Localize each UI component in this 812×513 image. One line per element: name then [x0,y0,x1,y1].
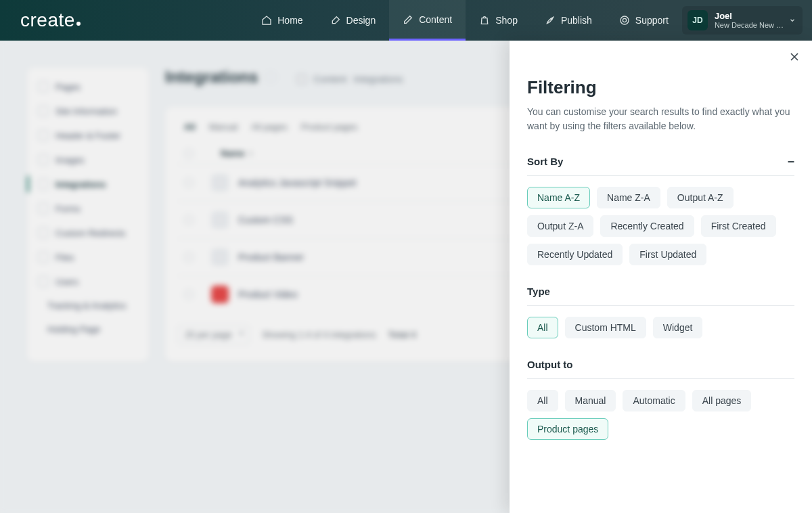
collapse-icon[interactable]: – [788,155,794,167]
nav-home[interactable]: Home [248,0,316,41]
chip-first-updated[interactable]: First Updated [629,244,706,265]
chip-output-all-pages[interactable]: All pages [692,390,752,411]
nav-design[interactable]: Design [317,0,390,41]
user-menu[interactable]: JD Joel New Decade New … [682,6,803,35]
brand-dot-icon [76,22,81,26]
type-chips: All Custom HTML Widget [527,317,794,338]
chip-recently-created[interactable]: Recently Created [600,215,694,237]
chip-recently-updated[interactable]: Recently Updated [527,244,623,265]
nav-shop[interactable]: Shop [466,0,531,41]
overlay-scrim[interactable] [0,41,510,513]
bag-icon [479,15,490,26]
section-sort-by[interactable]: Sort By – [527,148,794,176]
edit-icon [403,14,413,25]
chip-type-all[interactable]: All [527,317,558,338]
drawer-description: You can customise your search results to… [527,105,794,133]
chip-output-product-pages[interactable]: Product pages [527,418,608,440]
chip-output-za[interactable]: Output Z-A [527,215,593,237]
rocket-icon [545,15,556,26]
nav-label: Design [346,15,376,26]
chip-name-za[interactable]: Name Z-A [597,187,660,208]
nav-items: Home Design Content Shop Publish Support [248,0,682,41]
filter-drawer: Filtering You can customise your search … [510,41,812,513]
output-chips: All Manual Automatic All pages Product p… [527,390,794,440]
chip-type-widget[interactable]: Widget [653,317,703,338]
chip-output-manual[interactable]: Manual [565,390,616,411]
svg-point-0 [551,18,552,20]
chevron-down-icon [789,14,796,26]
nav-label: Content [419,14,452,25]
chip-output-automatic[interactable]: Automatic [623,390,685,411]
user-text: Joel New Decade New … [715,11,784,30]
brand-logo[interactable]: create [0,9,101,31]
chip-output-az[interactable]: Output A-Z [667,187,734,208]
chip-first-created[interactable]: First Created [701,215,776,237]
section-output-to: Output to [527,356,794,379]
section-type: Type [527,283,794,306]
top-nav: create Home Design Content Shop Publish … [0,0,812,41]
nav-content[interactable]: Content [389,0,466,41]
home-icon [261,15,272,26]
svg-point-2 [623,18,626,22]
user-subtitle: New Decade New … [715,21,784,30]
chip-output-all[interactable]: All [527,390,558,411]
close-icon [788,50,801,64]
section-label: Type [527,286,550,297]
nav-label: Support [635,15,669,26]
close-button[interactable] [788,50,801,64]
brand-name: create [20,9,75,31]
lifebuoy-icon [619,15,630,26]
nav-label: Home [277,15,302,26]
sort-chips: Name A-Z Name Z-A Output A-Z Output Z-A … [527,187,794,265]
user-name: Joel [715,11,784,22]
nav-publish[interactable]: Publish [531,0,606,41]
section-label: Output to [527,359,572,370]
nav-support[interactable]: Support [606,0,682,41]
nav-label: Shop [495,15,518,26]
avatar: JD [687,10,708,30]
svg-point-1 [621,16,629,24]
chip-type-custom-html[interactable]: Custom HTML [565,317,646,338]
nav-label: Publish [561,15,592,26]
section-label: Sort By [527,156,563,167]
brush-icon [330,15,341,26]
chip-name-az[interactable]: Name A-Z [527,187,590,208]
drawer-title: Filtering [527,77,794,98]
